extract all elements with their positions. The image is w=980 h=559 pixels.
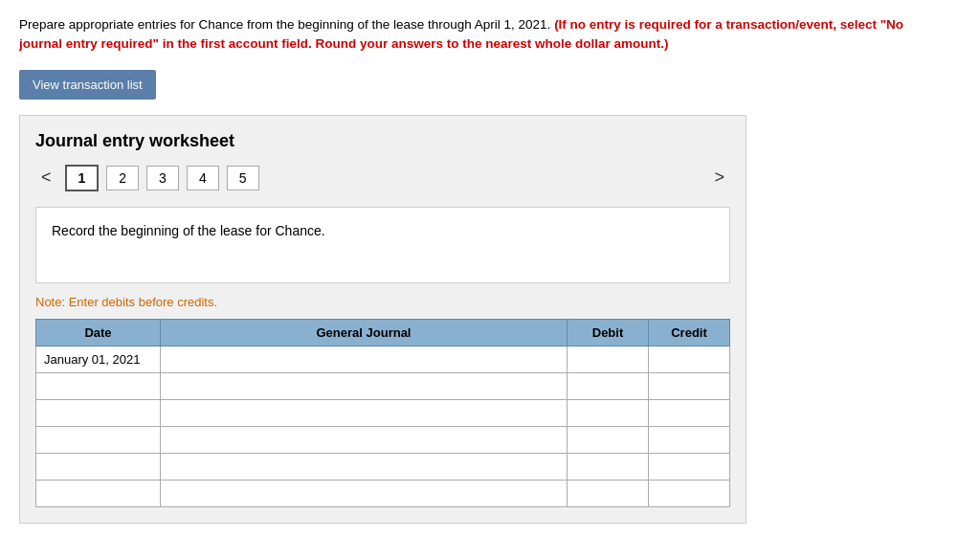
debit-cell-4[interactable] (568, 426, 649, 453)
credit-input-4[interactable] (657, 433, 722, 447)
debit-input-4[interactable] (575, 433, 640, 447)
credit-input-3[interactable] (657, 406, 722, 420)
credit-cell-2[interactable] (649, 372, 730, 399)
worksheet-container: Journal entry worksheet < 1 2 3 4 5 > Re… (19, 115, 746, 524)
journal-table: Date General Journal Debit Credit Januar… (35, 319, 730, 507)
date-cell-5 (36, 453, 161, 480)
debit-input-6[interactable] (575, 486, 640, 501)
debit-input-2[interactable] (575, 379, 640, 393)
journal-input-3[interactable] (168, 406, 559, 420)
credit-cell-6[interactable] (649, 480, 730, 506)
journal-input-1[interactable] (168, 352, 559, 367)
credit-cell-4[interactable] (649, 426, 730, 453)
tab-2[interactable]: 2 (106, 166, 139, 190)
note-text: Note: Enter debits before credits. (35, 295, 730, 309)
credit-input-5[interactable] (657, 459, 722, 474)
credit-input-6[interactable] (657, 486, 722, 501)
date-cell-3 (36, 399, 161, 426)
journal-cell-3[interactable] (161, 399, 568, 426)
date-cell-6 (36, 480, 161, 506)
debit-cell-2[interactable] (568, 372, 649, 399)
credit-cell-1[interactable] (649, 346, 730, 372)
header-date: Date (36, 319, 161, 346)
tab-4[interactable]: 4 (187, 166, 219, 190)
worksheet-title: Journal entry worksheet (35, 131, 730, 151)
journal-input-2[interactable] (168, 379, 559, 393)
debit-cell-6[interactable] (568, 480, 649, 506)
tab-3[interactable]: 3 (146, 166, 179, 190)
journal-cell-5[interactable] (161, 453, 568, 480)
right-arrow-nav[interactable]: > (708, 166, 730, 190)
tab-navigation: < 1 2 3 4 5 > (35, 165, 730, 191)
date-cell-4 (36, 426, 161, 453)
debit-cell-1[interactable] (568, 346, 649, 372)
record-instruction-text: Record the beginning of the lease for Ch… (52, 223, 325, 238)
instruction-text: Prepare appropriate entries for Chance f… (19, 17, 550, 32)
table-row (36, 426, 730, 453)
journal-cell-6[interactable] (161, 480, 568, 506)
debit-input-1[interactable] (575, 352, 640, 367)
instructions-block: Prepare appropriate entries for Chance f… (19, 15, 961, 55)
journal-cell-4[interactable] (161, 426, 568, 453)
tab-1[interactable]: 1 (65, 165, 100, 191)
view-transaction-button[interactable]: View transaction list (19, 70, 156, 100)
credit-cell-3[interactable] (649, 399, 730, 426)
date-cell-1: January 01, 2021 (36, 346, 161, 372)
journal-cell-1[interactable] (161, 346, 568, 372)
tab-5[interactable]: 5 (227, 166, 259, 190)
journal-cell-2[interactable] (161, 372, 568, 399)
header-general-journal: General Journal (161, 319, 568, 346)
debit-cell-5[interactable] (568, 453, 649, 480)
table-row (36, 480, 730, 506)
table-row (36, 453, 730, 480)
header-debit: Debit (568, 319, 649, 346)
header-credit: Credit (649, 319, 730, 346)
credit-cell-5[interactable] (649, 453, 730, 480)
journal-input-6[interactable] (168, 486, 559, 501)
debit-input-5[interactable] (575, 459, 640, 474)
journal-input-4[interactable] (168, 433, 559, 447)
left-arrow-nav[interactable]: < (35, 166, 57, 190)
credit-input-2[interactable] (657, 379, 722, 393)
table-row: January 01, 2021 (36, 346, 730, 372)
journal-input-5[interactable] (168, 459, 559, 474)
record-instruction-box: Record the beginning of the lease for Ch… (35, 207, 730, 283)
debit-cell-3[interactable] (568, 399, 649, 426)
debit-input-3[interactable] (575, 406, 640, 420)
date-cell-2 (36, 372, 161, 399)
credit-input-1[interactable] (657, 352, 722, 367)
table-row (36, 372, 730, 399)
table-row (36, 399, 730, 426)
